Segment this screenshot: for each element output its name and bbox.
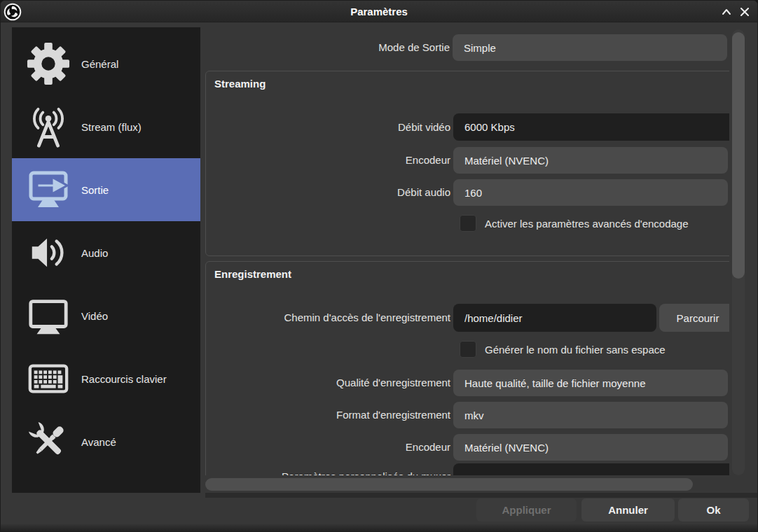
output-mode-label: Mode de Sortie [205,34,450,61]
sidebar-item-advanced[interactable]: Avancé [12,410,200,473]
vertical-scrollbar-track[interactable] [732,29,745,475]
window-bottom-edge [1,524,757,532]
advanced-encoding-checkbox[interactable] [460,215,476,232]
ok-button[interactable]: Ok [678,498,749,522]
tools-icon [26,419,71,464]
titlebar[interactable]: Paramètres [1,1,757,22]
content-bottom-edge [205,493,758,498]
no-space-checkbox[interactable] [460,341,476,358]
sidebar-label-stream: Stream (flux) [81,121,142,133]
sidebar-item-video[interactable]: Vidéo [12,284,200,347]
muxer-settings-label: Paramètres personnalisés du muxer [206,463,450,475]
broadcast-icon [26,104,71,149]
minimize-icon [722,8,731,15]
monitor-arrow-icon [26,167,71,212]
output-mode-select[interactable]: Simple [453,34,727,61]
no-space-row: Générer le nom du fichier sans espace [206,341,729,359]
sidebar-item-output[interactable]: Sortie [12,158,200,221]
recording-encoder-select[interactable]: Matériel (NVENC) [453,434,728,461]
output-mode-value: Simple [464,42,496,54]
muxer-settings-input[interactable] [453,463,729,475]
recording-quality-value: Haute qualité, taille de fichier moyenne [464,377,646,389]
apply-button-label: Appliquer [502,504,551,516]
recording-format-row: Format d'enregistrement mkv [206,402,729,428]
advanced-encoding-row: Activer les paramètres avancés d'encodag… [206,215,729,233]
sidebar-label-video: Vidéo [81,310,108,322]
vertical-scrollbar-thumb[interactable] [732,32,745,279]
recording-quality-select[interactable]: Haute qualité, taille de fichier moyenne [453,370,728,396]
sidebar-item-hotkeys[interactable]: Raccourcis clavier [12,347,200,410]
recording-format-select[interactable]: mkv [453,402,728,428]
apply-button[interactable]: Appliquer [476,498,577,522]
recording-encoder-row: Encodeur Matériel (NVENC) [206,434,729,461]
recording-encoder-value: Matériel (NVENC) [464,442,549,454]
recording-encoder-label: Encodeur [206,434,450,461]
window-title: Paramètres [1,6,757,18]
stream-encoder-label: Encodeur [206,147,450,174]
audio-bitrate-label: Débit audio [206,179,450,206]
recording-group-title: Enregistrement [214,268,291,280]
ok-button-label: Ok [706,504,720,516]
no-space-label: Générer le nom du fichier sans espace [485,341,666,359]
cancel-button[interactable]: Annuler [581,498,675,522]
recording-path-row: Chemin d'accès de l'enregistrement Parco… [206,304,729,332]
speaker-icon [26,230,71,275]
audio-bitrate-value: 160 [464,187,482,199]
recording-format-value: mkv [464,410,484,421]
recording-group: Enregistrement Chemin d'accès de l'enreg… [205,261,729,475]
recording-path-input[interactable] [453,304,656,332]
settings-sidebar: Général [12,27,200,493]
sidebar-label-general: Général [81,58,118,70]
horizontal-scrollbar-thumb[interactable] [205,478,693,491]
sidebar-item-general[interactable]: Général [12,32,200,95]
recording-quality-label: Qualité d'enregistrement [206,370,450,396]
stream-encoder-row: Encodeur Matériel (NVENC) [206,147,729,174]
video-bitrate-input[interactable] [453,113,729,141]
monitor-icon [26,293,71,338]
close-button[interactable] [738,6,752,18]
stream-encoder-select[interactable]: Matériel (NVENC) [453,147,728,174]
muxer-settings-row: Paramètres personnalisés du muxer [206,463,729,475]
streaming-group-title: Streaming [214,78,266,90]
recording-quality-row: Qualité d'enregistrement Haute qualité, … [206,370,729,396]
recording-path-label: Chemin d'accès de l'enregistrement [206,304,450,332]
sidebar-label-hotkeys: Raccourcis clavier [81,373,167,385]
settings-window: Paramètres [0,0,758,532]
minimize-button[interactable] [719,6,733,18]
sidebar-item-stream[interactable]: Stream (flux) [12,95,200,158]
sidebar-label-audio: Audio [81,247,108,259]
output-mode-row: Mode de Sortie Simple [205,34,729,61]
recording-format-label: Format d'enregistrement [206,402,450,428]
close-icon [740,8,749,16]
video-bitrate-label: Débit vidéo [206,113,450,141]
sidebar-item-audio[interactable]: Audio [12,221,200,284]
sidebar-label-output: Sortie [81,184,109,196]
keyboard-icon [26,356,71,401]
streaming-group: Streaming Débit vidéo Encodeur Matériel … [205,71,729,256]
audio-bitrate-select[interactable]: 160 [453,179,728,206]
browse-button[interactable]: Parcourir [659,304,729,332]
video-bitrate-row: Débit vidéo [206,113,729,141]
sidebar-label-advanced: Avancé [81,436,116,448]
cancel-button-label: Annuler [608,504,648,516]
stream-encoder-value: Matériel (NVENC) [464,155,549,167]
advanced-encoding-label: Activer les paramètres avancés d'encodag… [485,215,689,233]
browse-button-label: Parcourir [677,312,719,324]
audio-bitrate-row: Débit audio 160 [206,179,729,206]
gear-icon [26,41,71,86]
output-settings-pane: Mode de Sortie Simple Streaming Débit vi… [205,27,729,475]
